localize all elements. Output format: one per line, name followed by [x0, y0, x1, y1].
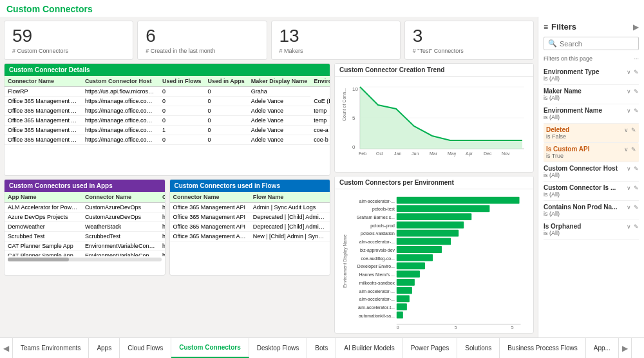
table-row[interactable]: Office 365 Management APIhttps://manage.…: [5, 106, 330, 115]
tab-power-pages[interactable]: Power Pages: [403, 338, 457, 358]
connector-cell-5-1: https://manage.office.com/api /v1.0: [82, 135, 159, 144]
connector-cell-4-1: https://manage.office.com/api /v1.0: [82, 125, 159, 135]
table-row[interactable]: CAT Planner Sample AppEnvironmentVariabl…: [5, 241, 165, 250]
creation-trend-body: 10 5 0 F: [335, 77, 533, 172]
filter-edit-icon-7[interactable]: ✎: [634, 204, 639, 211]
table-row[interactable]: Scrubbed TestScrubbedTesthtt: [5, 231, 165, 241]
kpi-label-1: # Created in the last month: [146, 48, 258, 54]
filter-item-2[interactable]: Environment Name ∨ ✎ is (All): [544, 104, 639, 124]
filter-item-7[interactable]: Contains Non Prod Na... ∨ ✎ is (All): [544, 201, 639, 220]
svg-text:Jun: Jun: [412, 151, 419, 156]
table-row[interactable]: ALM Accelerator for Power PlatformCustom…: [5, 202, 165, 212]
app-cell-5-1: EnvironmentVariableConnector: [82, 250, 159, 256]
table-row[interactable]: FlowRPhttps://us.api.flow.microsoft.c om…: [5, 86, 330, 96]
svg-text:5: 5: [511, 325, 514, 330]
table-row[interactable]: Office 365 Management API Newhttps://man…: [5, 125, 330, 135]
connector-cell-3-4: Adele Vance: [248, 115, 311, 125]
filter-chevron-icon-6[interactable]: ∨: [627, 185, 631, 191]
filter-item-3[interactable]: Deleted ∨ ✎ is False: [544, 124, 639, 143]
filter-edit-icon-6[interactable]: ✎: [634, 185, 639, 191]
app-cell-5-0: CAT Planner Sample App: [5, 250, 82, 256]
connector-cell-1-2: 0: [159, 96, 205, 106]
svg-text:0: 0: [397, 325, 399, 330]
tab-cloud-flows[interactable]: Cloud Flows: [120, 338, 171, 358]
kpi-value-2: 13: [279, 26, 392, 46]
filter-chevron-icon-7[interactable]: ∨: [627, 204, 631, 211]
table-row[interactable]: Office 365 Management API NewNew | [Chil…: [170, 231, 330, 241]
filter-item-6[interactable]: Custom Connector Is ... ∨ ✎ is (All): [544, 182, 639, 201]
tab-teams-environments[interactable]: Teams Environments: [13, 338, 89, 358]
filter-item-header-2: Environment Name ∨ ✎: [544, 107, 639, 114]
tab-desktop-flows[interactable]: Desktop Flows: [249, 338, 308, 358]
filter-chevron-icon-3[interactable]: ∨: [624, 127, 629, 133]
table-row[interactable]: Office 365 Management APIhttps://manage.…: [5, 115, 330, 125]
svg-text:pctools-validation: pctools-validation: [361, 231, 395, 236]
app-cell-1-1: CustomAzureDevOps: [82, 212, 159, 221]
filter-chevron-icon-5[interactable]: ∨: [627, 165, 631, 172]
filters-more-icon[interactable]: ···: [634, 55, 639, 62]
tab-business-process-flows[interactable]: Business Process Flows: [500, 338, 585, 358]
filter-search-box[interactable]: 🔍: [544, 37, 639, 50]
filter-item-4[interactable]: Is Custom API ∨ ✎ is True: [544, 143, 639, 162]
filter-chevron-icon-1[interactable]: ∨: [627, 88, 631, 95]
tab-custom-connectors[interactable]: Custom Connectors: [171, 338, 249, 358]
flow-cell-1-1: Deprecated | [Child] Admin | Sync Log: [250, 212, 330, 221]
tab-prev-icon[interactable]: ◀: [0, 338, 13, 358]
tab-ai-builder-models[interactable]: AI Builder Models: [336, 338, 402, 358]
table-row[interactable]: DemoWeatherWeatherStackhtt: [5, 221, 165, 231]
filter-edit-icon-4[interactable]: ✎: [631, 146, 636, 153]
filter-edit-icon-5[interactable]: ✎: [634, 165, 639, 172]
filter-item-1[interactable]: Maker Name ∨ ✎ is (All): [544, 85, 639, 104]
filter-item-0[interactable]: Environment Type ∨ ✎ is (All): [544, 66, 639, 85]
table-row[interactable]: CAT Planner Sample AppEnvironmentVariabl…: [5, 250, 165, 256]
filter-item-header-3: Deleted ∨ ✎: [546, 126, 636, 133]
per-env-body: Environment Display Name alm-accelerator…: [335, 189, 533, 333]
table-row[interactable]: Office 365 Management APIhttps://manage.…: [5, 96, 330, 106]
filter-edit-icon-1[interactable]: ✎: [634, 88, 639, 95]
tab-app...[interactable]: App...: [586, 338, 619, 358]
apps-scrollbar[interactable]: [8, 258, 162, 261]
connector-cell-0-2: 0: [159, 86, 205, 96]
filter-edit-icon-8[interactable]: ✎: [634, 223, 639, 230]
table-row[interactable]: Office 365 Management APIDeprecated | [C…: [170, 221, 330, 231]
app-cell-4-2: htt: [159, 241, 165, 250]
tab-solutions[interactable]: Solutions: [457, 338, 500, 358]
table-row[interactable]: Azure DevOps ProjectsCustomAzureDevOpsht…: [5, 212, 165, 221]
filter-value-6: is (All): [544, 191, 639, 198]
filter-item-5[interactable]: Custom Connector Host ∨ ✎ is (All): [544, 162, 639, 182]
svg-text:automationkit-sa...: automationkit-sa...: [359, 313, 395, 317]
app-cell-2-2: htt: [159, 221, 165, 231]
filter-value-7: is (All): [544, 211, 639, 217]
col-cu: Cu...: [159, 192, 165, 203]
filter-value-3: is False: [546, 133, 636, 140]
table-row[interactable]: Office 365 Management APIDeprecated | [C…: [170, 212, 330, 221]
svg-text:Graham Barnes s...: Graham Barnes s...: [357, 215, 395, 220]
filter-chevron-icon-0[interactable]: ∨: [627, 69, 631, 75]
flow-cell-0-1: Admin | Sync Audit Logs: [250, 202, 330, 212]
tab-bots[interactable]: Bots: [307, 338, 336, 358]
connector-cell-1-5: CoE (E: [310, 96, 330, 106]
filter-edit-icon-3[interactable]: ✎: [631, 127, 636, 133]
filter-item-header-1: Maker Name ∨ ✎: [544, 88, 639, 95]
filter-name-1: Maker Name: [544, 88, 582, 95]
filter-name-4: Is Custom API: [546, 146, 589, 153]
filter-edit-icon-2[interactable]: ✎: [634, 108, 639, 114]
flow-cell-1-0: Office 365 Management API: [170, 212, 250, 221]
filter-icon: ≡: [544, 23, 548, 32]
apps-header: Custom Connectors used in Apps: [5, 180, 165, 192]
connector-cell-2-4: Adele Vance: [248, 106, 311, 115]
tab-next-icon[interactable]: ▶: [619, 338, 632, 358]
filters-expand-icon[interactable]: ▶: [633, 23, 639, 32]
connector-cell-3-2: 0: [159, 115, 205, 125]
connector-cell-2-0: Office 365 Management API: [5, 106, 82, 115]
filter-chevron-icon-8[interactable]: ∨: [627, 223, 631, 230]
filter-chevron-icon-4[interactable]: ∨: [624, 146, 629, 153]
filter-chevron-icon-2[interactable]: ∨: [627, 108, 631, 114]
table-row[interactable]: Office 365 Management APIAdmin | Sync Au…: [170, 202, 330, 212]
filter-item-8[interactable]: Is Orphaned ∨ ✎ is (All): [544, 220, 639, 240]
table-row[interactable]: Office 365 Management API Newhttps://man…: [5, 135, 330, 144]
filter-edit-icon-0[interactable]: ✎: [634, 69, 639, 75]
tab-apps[interactable]: Apps: [89, 338, 120, 358]
svg-text:2022: 2022: [412, 156, 422, 156]
search-input[interactable]: [560, 40, 634, 48]
